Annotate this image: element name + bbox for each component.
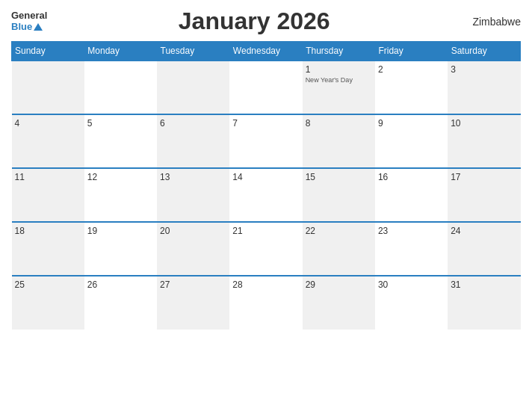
- day-number: 14: [232, 172, 299, 182]
- calendar-cell: 26: [84, 276, 157, 330]
- header-sunday: Sunday: [12, 42, 84, 61]
- calendar-header: General Blue January 2026 Zimbabwe: [11, 7, 521, 35]
- calendar-cell: 4: [12, 114, 84, 168]
- day-number: 31: [451, 279, 517, 290]
- weekday-header-row: Sunday Monday Tuesday Wednesday Thursday…: [12, 42, 521, 61]
- logo-triangle-icon: [34, 23, 43, 31]
- day-number: 6: [160, 118, 226, 129]
- day-number: 23: [378, 226, 445, 236]
- calendar-cell: 14: [229, 168, 302, 222]
- calendar-cell: 11: [12, 168, 84, 222]
- header-tuesday: Tuesday: [157, 42, 229, 61]
- calendar-cell: 18: [12, 222, 84, 276]
- calendar-cell: 2: [375, 61, 448, 114]
- calendar-cell: [12, 61, 84, 114]
- calendar-cell: 22: [303, 222, 375, 276]
- calendar-thead: Sunday Monday Tuesday Wednesday Thursday…: [12, 42, 521, 61]
- day-number: 22: [306, 226, 372, 236]
- calendar-cell: 25: [12, 276, 84, 330]
- holiday-label: New Year's Day: [306, 76, 372, 84]
- calendar-body: 1New Year's Day2345678910111213141516171…: [12, 61, 521, 330]
- day-number: 11: [15, 172, 81, 182]
- calendar-cell: 13: [157, 168, 229, 222]
- calendar-cell: 3: [448, 61, 520, 114]
- header-monday: Monday: [84, 42, 157, 61]
- day-number: 17: [451, 172, 517, 182]
- country-label: Zimbabwe: [461, 16, 521, 28]
- day-number: 18: [15, 226, 81, 236]
- calendar-cell: 9: [375, 114, 448, 168]
- day-number: 2: [378, 64, 445, 75]
- calendar-table: Sunday Monday Tuesday Wednesday Thursday…: [11, 41, 521, 330]
- day-number: 5: [87, 118, 154, 129]
- day-number: 21: [232, 226, 299, 236]
- calendar-week-row: 25262728293031: [12, 276, 521, 330]
- day-number: 7: [232, 118, 299, 129]
- day-number: 25: [15, 279, 81, 290]
- calendar-title: January 2026: [47, 7, 461, 35]
- calendar-cell: 28: [229, 276, 302, 330]
- day-number: 3: [451, 64, 517, 75]
- day-number: 8: [306, 118, 372, 129]
- calendar-week-row: 45678910: [12, 114, 521, 168]
- calendar-cell: 27: [157, 276, 229, 330]
- header-friday: Friday: [375, 42, 448, 61]
- day-number: 28: [232, 279, 299, 290]
- day-number: 30: [378, 279, 445, 290]
- day-number: 29: [306, 279, 372, 290]
- calendar-week-row: 18192021222324: [12, 222, 521, 276]
- calendar-container: General Blue January 2026 Zimbabwe Sunda…: [0, 0, 532, 411]
- calendar-cell: 20: [157, 222, 229, 276]
- calendar-cell: 29: [303, 276, 375, 330]
- calendar-cell: 5: [84, 114, 157, 168]
- calendar-cell: 7: [229, 114, 302, 168]
- calendar-cell: 21: [229, 222, 302, 276]
- calendar-week-row: 1New Year's Day23: [12, 61, 521, 114]
- calendar-week-row: 11121314151617: [12, 168, 521, 222]
- calendar-cell: 6: [157, 114, 229, 168]
- day-number: 10: [451, 118, 517, 129]
- day-number: 26: [87, 279, 154, 290]
- header-wednesday: Wednesday: [229, 42, 302, 61]
- day-number: 9: [378, 118, 445, 129]
- day-number: 15: [306, 172, 372, 182]
- day-number: 12: [87, 172, 154, 182]
- day-number: 1: [306, 64, 372, 75]
- day-number: 27: [160, 279, 226, 290]
- day-number: 4: [15, 118, 81, 129]
- calendar-cell: 23: [375, 222, 448, 276]
- calendar-cell: 15: [303, 168, 375, 222]
- calendar-cell: 30: [375, 276, 448, 330]
- day-number: 16: [378, 172, 445, 182]
- calendar-cell: 8: [303, 114, 375, 168]
- day-number: 20: [160, 226, 226, 236]
- logo-blue-text: Blue: [11, 22, 32, 32]
- calendar-cell: 1New Year's Day: [303, 61, 375, 114]
- logo-general-text: General: [11, 10, 47, 21]
- calendar-cell: [157, 61, 229, 114]
- calendar-cell: 19: [84, 222, 157, 276]
- calendar-cell: 31: [448, 276, 520, 330]
- calendar-cell: [84, 61, 157, 114]
- calendar-cell: 10: [448, 114, 520, 168]
- day-number: 24: [451, 226, 517, 236]
- header-thursday: Thursday: [303, 42, 375, 61]
- calendar-cell: 17: [448, 168, 520, 222]
- logo: General Blue: [11, 10, 47, 32]
- day-number: 13: [160, 172, 226, 182]
- calendar-cell: 16: [375, 168, 448, 222]
- calendar-cell: 12: [84, 168, 157, 222]
- calendar-cell: 24: [448, 222, 520, 276]
- header-saturday: Saturday: [448, 42, 520, 61]
- calendar-cell: [229, 61, 302, 114]
- day-number: 19: [87, 226, 154, 236]
